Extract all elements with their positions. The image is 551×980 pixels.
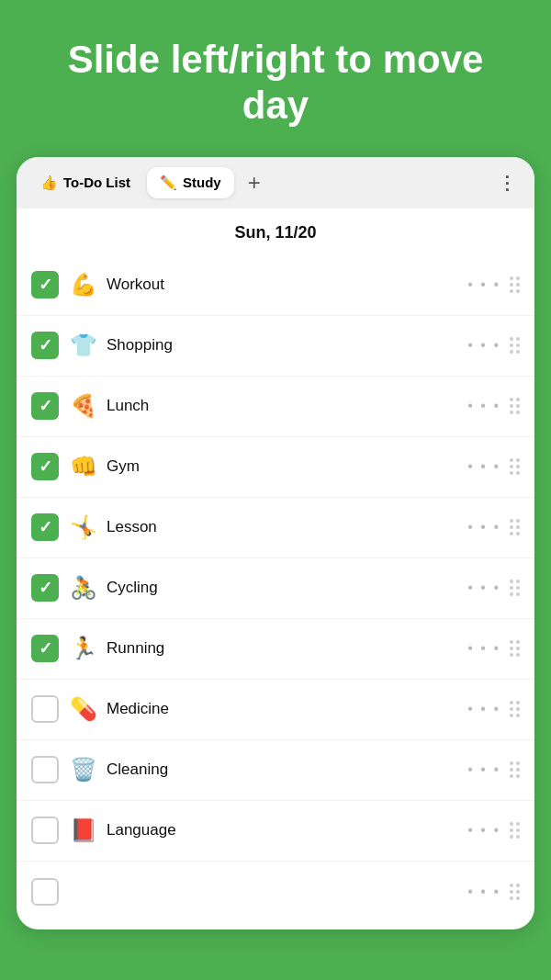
task-row: 💊Medicine• • • bbox=[17, 680, 534, 740]
task-checkbox-11[interactable] bbox=[31, 878, 59, 906]
more-menu-button[interactable]: ⋮ bbox=[490, 166, 523, 199]
task-emoji-10: 📕 bbox=[70, 817, 97, 843]
task-checkbox-7[interactable] bbox=[31, 635, 59, 662]
task-drag-handle-10[interactable] bbox=[510, 822, 520, 839]
task-row: 🤸Lesson• • • bbox=[17, 498, 534, 558]
task-drag-handle-2[interactable] bbox=[510, 337, 520, 354]
task-options-11[interactable]: • • • bbox=[467, 884, 500, 900]
task-label-1: Workout bbox=[107, 276, 467, 294]
task-drag-handle-1[interactable] bbox=[510, 276, 520, 293]
task-drag-handle-6[interactable] bbox=[510, 580, 520, 596]
tab-todo-emoji: 👍 bbox=[40, 175, 58, 191]
add-tab-button[interactable]: + bbox=[238, 166, 271, 199]
task-list: 💪Workout• • •👕Shopping• • •🍕Lunch• • •👊G… bbox=[17, 252, 534, 929]
task-emoji-9: 🗑️ bbox=[70, 757, 97, 783]
tab-study-emoji: ✏️ bbox=[160, 175, 177, 191]
task-options-7[interactable]: • • • bbox=[467, 640, 500, 657]
date-header: Sun, 11/20 bbox=[17, 208, 534, 252]
task-options-8[interactable]: • • • bbox=[467, 701, 500, 717]
task-emoji-8: 💊 bbox=[70, 696, 97, 722]
task-checkbox-5[interactable] bbox=[31, 513, 59, 541]
task-checkbox-1[interactable] bbox=[31, 271, 59, 299]
tab-todo-label: To-Do List bbox=[63, 175, 130, 190]
task-drag-handle-3[interactable] bbox=[510, 398, 520, 414]
task-drag-handle-11[interactable] bbox=[510, 884, 520, 900]
task-checkbox-2[interactable] bbox=[31, 332, 59, 359]
task-emoji-5: 🤸 bbox=[70, 514, 97, 540]
task-label-6: Cycling bbox=[107, 579, 467, 597]
app-card: 👍 To-Do List ✏️ Study + ⋮ Sun, 11/20 💪Wo… bbox=[17, 157, 534, 929]
task-row: 🍕Lunch• • • bbox=[17, 377, 534, 437]
hero-header: Slide left/right to move day bbox=[0, 0, 551, 157]
tab-todo[interactable]: 👍 To-Do List bbox=[28, 167, 143, 198]
task-emoji-2: 👕 bbox=[70, 332, 97, 358]
tab-study[interactable]: ✏️ Study bbox=[147, 167, 234, 198]
task-row: 📕Language• • • bbox=[17, 801, 534, 862]
task-options-4[interactable]: • • • bbox=[467, 458, 500, 475]
task-label-10: Language bbox=[107, 821, 467, 839]
tab-study-label: Study bbox=[183, 175, 221, 190]
task-options-5[interactable]: • • • bbox=[467, 519, 500, 535]
task-checkbox-9[interactable] bbox=[31, 756, 59, 783]
task-label-4: Gym bbox=[107, 457, 467, 476]
task-options-2[interactable]: • • • bbox=[467, 337, 500, 354]
task-emoji-7: 🏃 bbox=[70, 636, 97, 661]
task-label-3: Lunch bbox=[107, 397, 467, 415]
task-checkbox-6[interactable] bbox=[31, 574, 59, 602]
task-row: • • • bbox=[17, 862, 534, 922]
task-options-9[interactable]: • • • bbox=[467, 761, 500, 778]
task-drag-handle-8[interactable] bbox=[510, 701, 520, 717]
task-row: 🏃Running• • • bbox=[17, 619, 534, 680]
tab-bar: 👍 To-Do List ✏️ Study + ⋮ bbox=[17, 157, 534, 208]
task-label-8: Medicine bbox=[107, 700, 467, 718]
task-label-2: Shopping bbox=[107, 336, 467, 355]
task-emoji-1: 💪 bbox=[70, 272, 97, 298]
task-emoji-3: 🍕 bbox=[70, 393, 97, 419]
task-drag-handle-9[interactable] bbox=[510, 761, 520, 778]
task-emoji-4: 👊 bbox=[70, 454, 97, 479]
task-row: 💪Workout• • • bbox=[17, 255, 534, 316]
task-emoji-6: 🚴 bbox=[70, 575, 97, 601]
task-drag-handle-5[interactable] bbox=[510, 519, 520, 535]
task-options-3[interactable]: • • • bbox=[467, 398, 500, 414]
task-checkbox-3[interactable] bbox=[31, 392, 59, 420]
task-options-10[interactable]: • • • bbox=[467, 822, 500, 839]
task-checkbox-10[interactable] bbox=[31, 817, 59, 844]
task-checkbox-4[interactable] bbox=[31, 453, 59, 480]
task-drag-handle-4[interactable] bbox=[510, 458, 520, 475]
task-drag-handle-7[interactable] bbox=[510, 640, 520, 657]
task-label-5: Lesson bbox=[107, 518, 467, 536]
task-row: 🗑️Cleaning• • • bbox=[17, 740, 534, 801]
task-row: 👊Gym• • • bbox=[17, 437, 534, 498]
task-options-6[interactable]: • • • bbox=[467, 580, 500, 596]
task-label-9: Cleaning bbox=[107, 760, 467, 779]
task-label-7: Running bbox=[107, 639, 467, 658]
hero-title: Slide left/right to move day bbox=[0, 0, 551, 157]
task-row: 👕Shopping• • • bbox=[17, 316, 534, 377]
task-options-1[interactable]: • • • bbox=[467, 276, 500, 293]
task-row: 🚴Cycling• • • bbox=[17, 558, 534, 619]
task-checkbox-8[interactable] bbox=[31, 695, 59, 723]
